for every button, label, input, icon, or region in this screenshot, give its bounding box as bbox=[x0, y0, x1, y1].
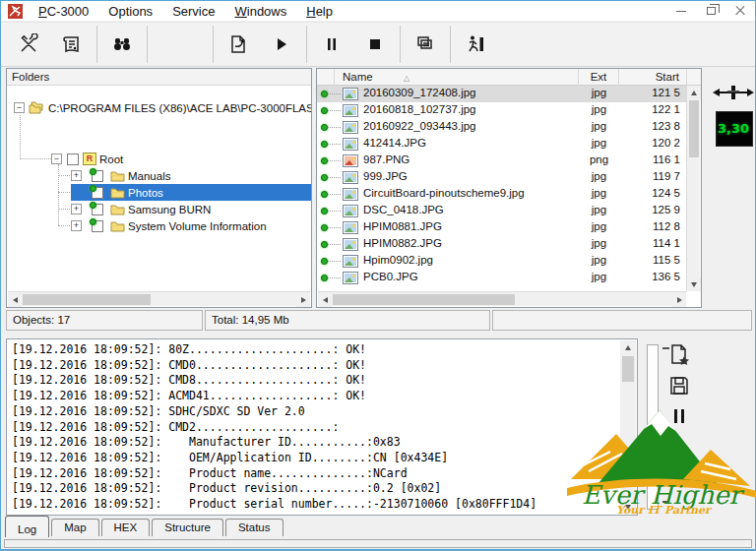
tab-log[interactable]: Log bbox=[5, 516, 49, 537]
minimize-button[interactable] bbox=[666, 1, 696, 21]
log-line: [19.12.2016 18:09:52]: CMD2.............… bbox=[12, 420, 536, 436]
new-report-button[interactable] bbox=[666, 342, 692, 368]
tab-structure[interactable]: Structure bbox=[152, 519, 223, 536]
log-line: [19.12.2016 18:09:52]: OEM/Application I… bbox=[12, 451, 536, 466]
tab-status[interactable]: Status bbox=[225, 519, 284, 536]
file-row[interactable]: 20160818_102737.jpg jpg 122 1 bbox=[317, 102, 687, 119]
scroll-thumb[interactable] bbox=[689, 100, 699, 157]
expand-expander[interactable]: + bbox=[71, 220, 82, 231]
scroll-thumb[interactable] bbox=[333, 294, 515, 305]
status-dot-icon bbox=[321, 174, 328, 181]
slider-minus-tick bbox=[662, 501, 669, 503]
scroll-right-button[interactable] bbox=[296, 292, 310, 307]
log-zoom-slider[interactable] bbox=[647, 344, 659, 510]
open-task-icon bbox=[227, 33, 249, 55]
menu-item[interactable]: Service bbox=[162, 1, 224, 21]
status-dot-icon bbox=[90, 168, 96, 175]
tab-map[interactable]: Map bbox=[51, 519, 98, 536]
tree-label: Samsung BURN bbox=[125, 203, 214, 216]
open-task-button[interactable] bbox=[217, 26, 260, 63]
start-button[interactable] bbox=[260, 26, 303, 63]
column-start[interactable]: Start bbox=[619, 69, 687, 86]
folder-icon bbox=[110, 170, 125, 182]
scroll-left-button[interactable] bbox=[8, 292, 22, 307]
scroll-up-button[interactable] bbox=[687, 86, 701, 99]
menu-item-label: indows bbox=[247, 4, 286, 19]
column-ext[interactable]: Ext bbox=[579, 69, 619, 86]
row-connector bbox=[328, 110, 341, 111]
tree-root-node[interactable]: − R Root bbox=[51, 151, 126, 167]
expand-expander[interactable]: + bbox=[71, 204, 82, 214]
folder-icon bbox=[110, 220, 125, 232]
file-row[interactable]: HPIM0881.JPG jpg 112 8 bbox=[317, 219, 687, 236]
expand-expander[interactable]: + bbox=[71, 170, 82, 181]
report-button[interactable] bbox=[50, 26, 94, 63]
status-dot-icon bbox=[321, 124, 328, 131]
menu-item[interactable]: Help bbox=[296, 1, 343, 21]
find-button[interactable] bbox=[100, 26, 144, 63]
scroll-down-button[interactable] bbox=[620, 500, 636, 514]
column-icon[interactable] bbox=[317, 69, 335, 86]
column-name[interactable]: Name △ bbox=[335, 69, 579, 86]
tree-label: Photos bbox=[125, 186, 166, 200]
tools-button[interactable] bbox=[7, 26, 50, 63]
menu-item[interactable]: PC-3000 bbox=[29, 1, 98, 21]
close-button[interactable] bbox=[725, 1, 755, 21]
image-file-icon bbox=[343, 255, 358, 268]
tree-folder-item-selected[interactable]: Photos bbox=[71, 184, 311, 201]
file-row[interactable]: Hpim0902.jpg jpg 115 5 bbox=[317, 253, 687, 270]
tree-folder-item[interactable]: + Manuals bbox=[71, 167, 173, 184]
column-ext-label: Ext bbox=[591, 71, 607, 83]
restore-button[interactable] bbox=[696, 1, 725, 21]
pause-button[interactable] bbox=[310, 26, 353, 63]
scroll-thumb[interactable] bbox=[622, 356, 634, 382]
exit-button[interactable] bbox=[454, 26, 497, 63]
tree-path-node[interactable]: − C:\PROGRAM FILES (X86)\ACE LAB\PC-3000… bbox=[14, 99, 311, 116]
status-dot-icon bbox=[321, 141, 328, 148]
pause-log-button[interactable] bbox=[666, 403, 692, 429]
status-dot-icon bbox=[321, 91, 328, 97]
menu-item[interactable]: Windows bbox=[224, 1, 296, 21]
file-row[interactable]: 20160922_093443.jpg jpg 123 8 bbox=[317, 119, 687, 136]
scroll-left-button[interactable] bbox=[318, 292, 332, 307]
power-adjust-icon[interactable] bbox=[712, 83, 755, 102]
collapse-expander[interactable]: − bbox=[51, 153, 62, 164]
files-hscrollbar[interactable] bbox=[318, 291, 686, 306]
scroll-up-button[interactable] bbox=[620, 340, 636, 354]
file-name: 999.JPG bbox=[363, 170, 408, 182]
tab-hex[interactable]: HEX bbox=[101, 519, 151, 536]
menu-item[interactable]: Options bbox=[98, 1, 162, 21]
file-row[interactable]: PCB0.JPG jpg 136 5 bbox=[317, 270, 687, 286]
file-row[interactable]: DSC_0418.JPG jpg 125 9 bbox=[317, 203, 687, 219]
row-connector bbox=[328, 227, 341, 228]
log-vscrollbar[interactable] bbox=[620, 340, 636, 514]
restore-icon bbox=[707, 7, 716, 15]
file-row[interactable]: 412414.JPG jpg 120 2 bbox=[317, 136, 687, 153]
tree-folder-item[interactable]: + System Volume Information bbox=[71, 217, 270, 234]
scroll-down-button[interactable] bbox=[687, 277, 701, 291]
scroll-thumb[interactable] bbox=[23, 294, 151, 305]
stacked-folders-icon bbox=[29, 101, 45, 114]
log-line: [19.12.2016 18:09:52]: Manufacturer ID..… bbox=[12, 435, 536, 451]
tree-folder-item[interactable]: + Samsung BURN bbox=[71, 201, 214, 217]
file-row[interactable]: 987.PNG png 116 1 bbox=[317, 153, 687, 169]
root-checkbox[interactable] bbox=[67, 153, 79, 165]
image-file-icon bbox=[343, 88, 358, 100]
scroll-right-button[interactable] bbox=[672, 292, 686, 307]
folders-hscrollbar[interactable] bbox=[8, 291, 310, 306]
file-row[interactable]: CircuitBoard-pinoutscheme9.jpg jpg 124 5 bbox=[317, 186, 687, 203]
file-row[interactable]: 999.JPG jpg 119 7 bbox=[317, 169, 687, 186]
file-row[interactable]: HPIM0882.JPG jpg 114 1 bbox=[317, 236, 687, 253]
collapse-expander[interactable]: − bbox=[14, 102, 25, 113]
row-connector bbox=[328, 194, 341, 195]
files-vscrollbar[interactable] bbox=[686, 86, 700, 291]
menubar: PC-3000OptionsServiceWindowsHelp bbox=[29, 1, 343, 21]
tree-path-label: C:\PROGRAM FILES (X86)\ACE LAB\PC-3000FL… bbox=[45, 101, 311, 115]
save-log-button[interactable] bbox=[666, 373, 692, 398]
copy-windows-button[interactable] bbox=[404, 26, 447, 63]
menu-item-label: Options bbox=[108, 4, 153, 19]
file-row[interactable]: 20160309_172408.jpg jpg 121 5 bbox=[317, 86, 687, 102]
stop-button[interactable] bbox=[353, 26, 397, 63]
tools-icon bbox=[18, 33, 39, 55]
minimize-icon bbox=[676, 11, 686, 12]
